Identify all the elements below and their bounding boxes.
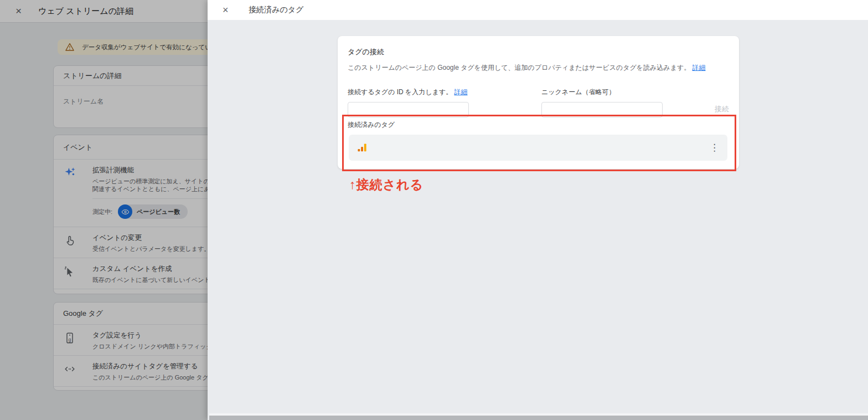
connected-tags-highlight-box: 接続済みのタグ ⋮ <box>342 115 736 171</box>
tag-id-details-link[interactable]: 詳細 <box>454 88 468 96</box>
connected-tags-panel-header: × 接続済みのタグ <box>208 0 868 20</box>
close-icon[interactable]: × <box>223 4 234 16</box>
connected-tag-row[interactable]: ⋮ <box>349 135 727 161</box>
tag-connection-details-link[interactable]: 詳細 <box>693 64 706 71</box>
annotation-will-be-connected: ↑接続される <box>349 176 423 193</box>
horizontal-scrollbar[interactable] <box>209 416 868 420</box>
connected-tags-label: 接続済みのタグ <box>348 120 395 130</box>
tag-connection-description: このストリームのページ上の Google タグを使用して、追加のプロパティまたは… <box>348 64 690 71</box>
tag-id-label: 接続するタグの ID を入力します。 <box>348 88 452 96</box>
panel-title: 接続済みのタグ <box>249 5 303 15</box>
tag-connection-title: タグの接続 <box>348 47 729 57</box>
google-analytics-icon <box>357 142 368 153</box>
connected-tags-panel: × 接続済みのタグ タグの接続 このストリームのページ上の Google タグを… <box>208 0 868 420</box>
nickname-label: ニックネーム（省略可） <box>541 88 707 97</box>
more-options-icon[interactable]: ⋮ <box>710 143 719 152</box>
